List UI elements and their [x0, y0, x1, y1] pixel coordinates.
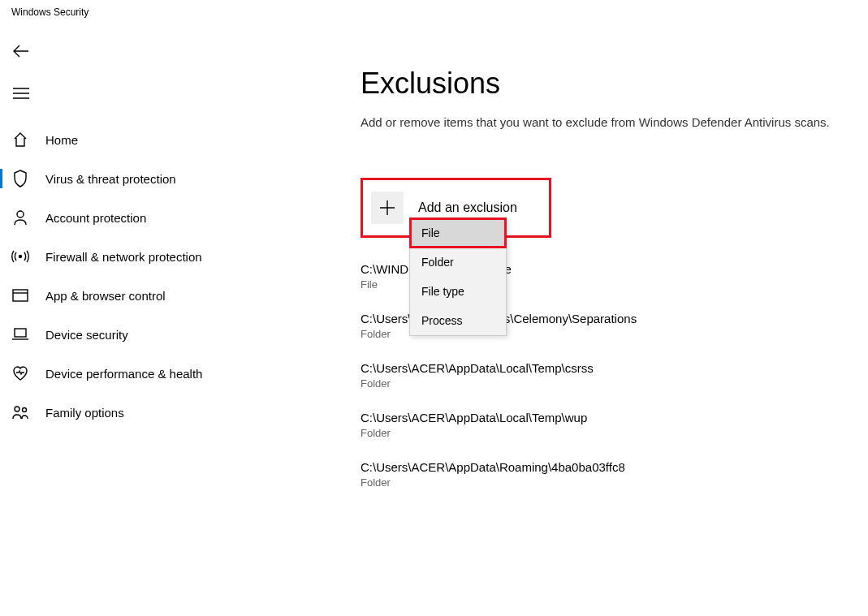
dropdown-item-folder[interactable]: Folder — [410, 248, 506, 277]
sidebar-item-label: Account protection — [45, 211, 146, 225]
sidebar-item-app-browser[interactable]: App & browser control — [0, 276, 268, 315]
nav-list: Home Virus & threat protection Account p… — [0, 120, 268, 432]
dropdown-item-process[interactable]: Process — [410, 306, 506, 335]
sidebar-item-label: Device security — [45, 328, 128, 342]
exclusion-type: Folder — [361, 377, 849, 390]
add-exclusion-label: Add an exclusion — [418, 200, 517, 215]
arrow-left-icon — [13, 45, 29, 58]
shield-icon — [11, 170, 29, 187]
plus-icon — [371, 192, 404, 224]
exclusion-path: C:\Users\ACER\AppData\Local\Temp\wup — [361, 411, 849, 424]
exclusion-path: C:\Users\ACER\AppData\Local\Temp\csrss — [361, 361, 849, 375]
laptop-icon — [11, 328, 29, 341]
svg-point-0 — [17, 211, 24, 218]
exclusion-item[interactable]: C:\Users\ACER\AppData\Local\Temp\csrss F… — [361, 361, 849, 390]
people-icon — [11, 405, 29, 420]
dropdown-item-file-type[interactable]: File type — [410, 277, 506, 306]
exclusion-type: Folder — [361, 476, 849, 489]
exclusion-type: Folder — [361, 427, 849, 439]
page-description: Add or remove items that you want to exc… — [361, 114, 831, 132]
sidebar-item-device-security[interactable]: Device security — [0, 315, 268, 354]
sidebar-item-device-performance[interactable]: Device performance & health — [0, 354, 268, 393]
hamburger-icon — [13, 88, 29, 99]
sidebar-item-label: App & browser control — [45, 289, 166, 303]
hamburger-button[interactable] — [2, 76, 41, 110]
sidebar-item-home[interactable]: Home — [0, 120, 268, 159]
sidebar-item-label: Home — [45, 133, 78, 147]
page-title: Exclusions — [361, 67, 849, 101]
svg-point-5 — [23, 408, 27, 412]
svg-point-1 — [19, 256, 22, 258]
sidebar-item-label: Firewall & network protection — [45, 250, 202, 264]
sidebar: Home Virus & threat protection Account p… — [0, 23, 268, 616]
exclusion-item[interactable]: C:\Users\ACER\AppData\Local\Temp\wup Fol… — [361, 411, 849, 439]
sidebar-item-account[interactable]: Account protection — [0, 198, 268, 237]
sidebar-item-label: Virus & threat protection — [45, 172, 176, 186]
sidebar-item-family[interactable]: Family options — [0, 393, 268, 432]
add-exclusion-dropdown: File Folder File type Process — [409, 218, 507, 336]
sidebar-item-label: Family options — [45, 406, 124, 420]
dropdown-item-file[interactable]: File — [410, 218, 506, 248]
heart-icon — [11, 366, 29, 381]
svg-rect-3 — [15, 329, 26, 337]
main-content: Exclusions Add or remove items that you … — [268, 23, 868, 616]
person-icon — [11, 209, 29, 226]
window-icon — [11, 289, 29, 302]
svg-rect-2 — [13, 290, 28, 301]
exclusion-item[interactable]: C:\Users\ACER\AppData\Roaming\4ba0ba03ff… — [361, 460, 849, 489]
exclusion-path: C:\Users\ACER\AppData\Roaming\4ba0ba03ff… — [361, 460, 849, 474]
sidebar-item-label: Device performance & health — [45, 367, 202, 381]
home-icon — [11, 131, 29, 148]
svg-point-4 — [15, 407, 19, 411]
sidebar-item-virus-threat[interactable]: Virus & threat protection — [0, 159, 268, 198]
sidebar-item-firewall[interactable]: Firewall & network protection — [0, 237, 268, 276]
window-title: Windows Security — [0, 0, 868, 23]
antenna-icon — [11, 248, 29, 265]
back-button[interactable] — [2, 34, 41, 68]
